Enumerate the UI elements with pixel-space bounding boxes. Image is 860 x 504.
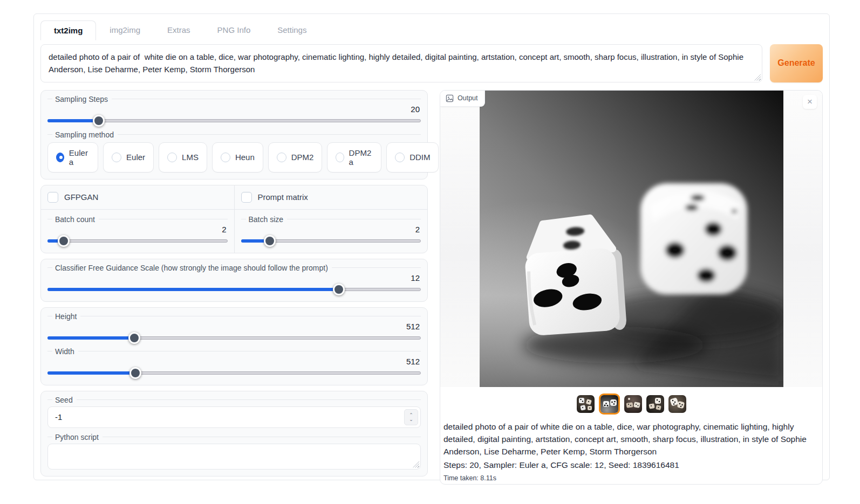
caption-params: Steps: 20, Sampler: Euler a, CFG scale: … [443, 459, 816, 471]
gallery-thumbnail[interactable] [668, 395, 686, 413]
app-card: txt2img img2img Extras PNG Info Settings… [33, 13, 830, 480]
width-slider[interactable] [47, 368, 421, 378]
textarea-resize-handle[interactable] [413, 461, 419, 468]
radio-dot-icon [395, 153, 405, 162]
slider-fill [47, 288, 339, 291]
caption-time: Time taken: 8.11s [443, 473, 816, 484]
radio-label: Euler [126, 153, 145, 162]
radio-dot-icon [112, 153, 121, 162]
output-label: Output [458, 94, 478, 102]
batch-size-label: Batch size [241, 215, 421, 224]
batch-count-label: Batch count [47, 215, 228, 224]
radio-dot-icon [56, 153, 64, 162]
gallery-thumbnail[interactable] [577, 395, 595, 413]
radio-dot-icon [277, 153, 286, 162]
batch-options-box: GFPGAN Prompt matrix Batch count 2 [40, 185, 428, 253]
gfpgan-label: GFPGAN [64, 192, 98, 202]
gallery-thumbnail[interactable] [624, 395, 642, 413]
prompt-row: detailed photo of a pair of white die on… [40, 44, 823, 82]
radio-label: DPM2 a [349, 148, 373, 167]
output-panel: Output × [440, 90, 823, 485]
radio-label: Heun [235, 153, 255, 162]
batch-size-slider[interactable] [241, 236, 421, 246]
gfpgan-checkbox-row[interactable]: GFPGAN [47, 192, 228, 203]
radio-dot-icon [221, 153, 230, 162]
generate-button[interactable]: Generate [770, 44, 823, 82]
cfg-scale-slider[interactable] [47, 284, 421, 295]
sampling-method-radios: Euler a Euler LMS Heun DPM2 DPM2 a DDIM … [47, 142, 421, 172]
radio-dot-icon [167, 153, 177, 162]
settings-column: Sampling Steps 20 Sampling method Euler … [40, 90, 428, 485]
output-gallery [440, 393, 822, 415]
caption-prompt: detailed photo of a pair of white die on… [443, 420, 816, 458]
tab-extras[interactable]: Extras [154, 20, 204, 40]
image-icon [446, 94, 454, 102]
tab-bar: txt2img img2img Extras PNG Info Settings [40, 19, 823, 40]
seed-input[interactable] [47, 406, 421, 428]
cfg-scale-label: Classifier Free Guidance Scale (how stro… [47, 264, 421, 272]
slider-fill [47, 119, 99, 122]
seed-script-box: Seed ⌃ ⌄ Python script [40, 391, 428, 477]
prompt-input[interactable]: detailed photo of a pair of white die on… [40, 44, 762, 82]
output-caption: detailed photo of a pair of white die on… [440, 415, 822, 484]
sampling-box: Sampling Steps 20 Sampling method Euler … [40, 90, 428, 179]
radio-dpm2-a[interactable]: DPM2 a [327, 142, 381, 172]
width-value: 512 [47, 357, 420, 366]
slider-knob[interactable] [264, 235, 276, 247]
gfpgan-checkbox[interactable] [47, 192, 58, 203]
slider-fill [47, 371, 135, 375]
radio-dpm2[interactable]: DPM2 [268, 142, 323, 172]
radio-dot-icon [336, 153, 344, 162]
tab-png-info[interactable]: PNG Info [204, 20, 264, 40]
cfg-scale-value: 12 [47, 273, 420, 282]
tab-settings[interactable]: Settings [264, 20, 320, 40]
seed-spinner[interactable]: ⌃ ⌄ [404, 409, 418, 425]
python-script-input[interactable] [47, 444, 421, 470]
cfg-scale-box: Classifier Free Guidance Scale (how stro… [40, 259, 428, 302]
radio-lms[interactable]: LMS [159, 142, 207, 172]
radio-label: LMS [182, 153, 199, 162]
slider-knob[interactable] [93, 115, 105, 127]
slider-knob[interactable] [333, 284, 345, 295]
slider-track[interactable] [47, 239, 228, 243]
tab-img2img[interactable]: img2img [96, 20, 154, 40]
spinner-down-icon[interactable]: ⌄ [409, 417, 413, 422]
radio-label: DDIM [409, 153, 430, 162]
sampling-steps-label: Sampling Steps [47, 95, 421, 103]
radio-euler[interactable]: Euler [103, 142, 154, 172]
textarea-resize-handle[interactable] [754, 74, 761, 81]
radio-ddim[interactable]: DDIM [386, 142, 439, 172]
prompt-matrix-label: Prompt matrix [258, 192, 308, 202]
prompt-matrix-checkbox[interactable] [241, 192, 252, 203]
radio-heun[interactable]: Heun [212, 142, 263, 172]
width-label: Width [47, 347, 421, 356]
batch-size-value: 2 [241, 225, 420, 234]
gallery-thumbnail[interactable] [646, 395, 664, 413]
radio-euler-a[interactable]: Euler a [47, 142, 98, 172]
height-label: Height [47, 312, 421, 321]
python-script-label: Python script [47, 433, 421, 441]
sampling-steps-slider[interactable] [47, 115, 421, 126]
output-label-chip: Output [440, 91, 485, 107]
height-value: 512 [47, 322, 420, 331]
sampling-method-label: Sampling method [47, 130, 421, 139]
slider-fill [47, 336, 134, 340]
seed-label: Seed [47, 396, 421, 404]
tab-txt2img[interactable]: txt2img [40, 20, 96, 40]
prompt-matrix-checkbox-row[interactable]: Prompt matrix [241, 192, 421, 203]
slider-knob[interactable] [128, 332, 140, 344]
output-image-stage [440, 91, 822, 387]
radio-label: Euler a [69, 148, 90, 167]
batch-count-slider[interactable] [47, 236, 228, 246]
slider-knob[interactable] [129, 367, 141, 379]
slider-knob[interactable] [58, 235, 70, 247]
generated-image-dice[interactable] [480, 91, 783, 387]
radio-label: DPM2 [291, 153, 314, 162]
batch-count-value: 2 [47, 225, 227, 234]
close-icon[interactable]: × [803, 95, 817, 109]
dimensions-box: Height 512 Width 512 [40, 307, 428, 385]
sampling-steps-value: 20 [47, 105, 420, 114]
gallery-thumbnail[interactable] [599, 393, 620, 415]
height-slider[interactable] [47, 333, 421, 343]
output-column: Output × [440, 90, 823, 485]
